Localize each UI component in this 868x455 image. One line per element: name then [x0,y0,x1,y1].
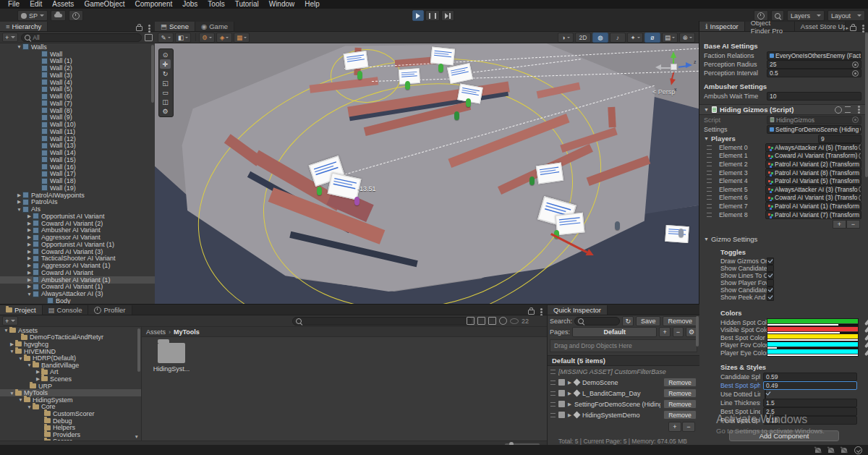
hierarchy-item[interactable]: ▼ Walls [0,43,155,51]
project-tree-item[interactable]: DemoFoTacticalAndRetyr [0,334,141,341]
foldout-arrow-icon[interactable]: ▶ [9,341,15,347]
cloud-services-button[interactable] [51,10,66,21]
element-value[interactable]: Coward AI Variant (3) (Transfo [765,193,861,202]
item-toggle[interactable] [558,379,565,386]
quick-item-row[interactable]: ▶ HidingSystemDemo Remove [548,409,699,420]
object-picker-icon[interactable] [852,70,859,77]
collab-muted-icon[interactable] [828,448,834,453]
hiding-gizmos-component-header[interactable]: ▼ Hiding Gizmos (Script) [699,104,868,115]
element-value[interactable]: Patrol AI Variant (7) (Transform [765,211,861,219]
foldout-arrow-icon[interactable]: ▶ [16,192,22,198]
hierarchy-scrollbar[interactable] [151,45,154,103]
size-value[interactable]: 1.5 [763,399,857,407]
status-ok-icon[interactable] [854,446,862,454]
drag-handle-icon[interactable] [707,153,712,158]
element-value[interactable]: AlwaysAttacker AI (3) (Transfo [765,185,861,194]
orientation-gizmo[interactable]: z x [652,49,696,91]
hierarchy-item[interactable]: Wall (7) [0,100,155,107]
transform-tool-button[interactable]: ▭ [160,88,171,97]
search-button[interactable] [771,10,784,21]
search-by-type-icon[interactable] [467,317,475,325]
object-picker-icon[interactable] [861,178,861,184]
menu-item[interactable]: Tools [203,0,229,9]
scene-viewport[interactable]: -13.51 ⊙✛↻◱▭◫⚙ z x < Pers [155,43,699,305]
menu-item[interactable]: Edit [25,0,47,9]
help-icon[interactable] [835,106,842,114]
hierarchy-item[interactable]: ▶ Coward AI Variant (1) [0,284,155,291]
checkbox[interactable] [767,265,774,272]
item-remove-button[interactable]: Remove [663,378,697,387]
project-tree-item[interactable]: ▶ Art [0,369,141,376]
pause-button[interactable] [425,10,440,21]
menu-item[interactable]: Help [299,0,325,9]
tab-object-finder-pro[interactable]: Object Finder Pro [745,22,795,31]
tab-overflow-icon[interactable]: ▸ [846,25,848,31]
element-value[interactable]: AlwaysAttacker AI (5) (Transfo [765,143,861,152]
hierarchy-item[interactable]: ▶ Aggressor AI Variant (1) [0,262,155,269]
foldout-arrow-icon[interactable]: ▼ [704,237,709,242]
hierarchy-item[interactable]: ▶ PatrolAIs [0,199,155,206]
notification-muted-icon[interactable] [815,448,821,453]
object-picker-icon[interactable] [861,161,861,167]
players-count-field[interactable]: 9 [818,135,861,143]
tab-project[interactable]: Project [0,305,43,315]
project-asset-browser[interactable]: Assets › MyTools HidingSyst... [142,327,547,441]
hierarchy-item[interactable]: ▶ Ambusher AI Variant [0,227,155,234]
foldout-arrow-icon[interactable]: ▶ [26,227,33,233]
item-toggle[interactable] [558,412,565,418]
inspector-scrollbar[interactable] [865,33,868,177]
hierarchy-item[interactable]: Wall (5) [0,86,155,93]
hierarchy-item[interactable]: Wall (12) [0,135,155,143]
transform-tool-button[interactable]: ⚙ [160,106,171,116]
scene-view-option-button[interactable]: ▤ [662,33,678,43]
scene-view-option-button[interactable]: 2D [575,33,591,43]
transform-tool-button[interactable]: ✛ [160,59,171,69]
drag-handle-icon[interactable] [707,187,712,192]
drag-handle-icon[interactable] [707,213,712,217]
refresh-button[interactable]: ↻ [622,316,634,326]
scene-view-option-button[interactable]: ♪ [610,33,626,43]
foldout-arrow-icon[interactable]: ▼ [16,44,22,49]
panel-menu-icon[interactable] [148,27,150,30]
object-picker-icon[interactable] [860,126,861,132]
hierarchy-create-button[interactable]: + [2,33,18,42]
undo-history-button[interactable] [69,10,83,21]
foldout-arrow-icon[interactable]: ▶ [568,401,571,407]
field-value[interactable]: EveryOneIsOthersEnemy (Facti [767,51,861,60]
foldout-arrow-icon[interactable]: ▶ [26,277,33,283]
transform-tool-button[interactable]: ◫ [160,97,171,106]
axis-x-cone[interactable] [668,78,676,86]
drag-handle-icon[interactable] [707,171,712,175]
add-page-button[interactable]: + [659,327,670,337]
tab-asset-store-uploader[interactable]: Asset Store Uploa [795,22,846,31]
foldout-arrow-icon[interactable]: ▼ [3,328,9,333]
drag-handle-icon[interactable] [707,145,712,150]
element-value[interactable]: Patrol AI Variant (1) (Transform [765,202,861,211]
foldout-arrow-icon[interactable]: ▶ [26,270,33,276]
list-add-button[interactable]: + [833,220,846,229]
project-tree-item[interactable]: Providers [0,431,141,438]
hierarchy-item[interactable]: ▶ Opportunist AI Variant [0,213,155,220]
foldout-arrow-icon[interactable]: ▶ [26,263,33,268]
scroll-down-arrow-icon[interactable]: ▼ [135,434,139,439]
color-swatch[interactable] [767,318,859,326]
page-selector[interactable]: Default [572,327,657,337]
project-tree-item[interactable]: ▼ HidingSystem [0,396,141,404]
drag-handle-icon[interactable] [707,195,712,200]
checkbox[interactable] [767,272,774,279]
hierarchy-item[interactable]: Wall (11) [0,128,155,135]
field-value[interactable]: 0.5 [767,69,861,77]
account-dropdown[interactable]: SP [17,10,48,21]
tab-console[interactable]: ▤Console [43,305,89,315]
panel-menu-icon[interactable] [540,311,542,313]
checkbox[interactable] [767,258,774,265]
object-picker-icon[interactable] [861,169,861,176]
menu-item[interactable]: File [3,0,25,9]
hierarchy-item[interactable]: Wall [0,51,155,58]
element-value[interactable]: Patrol AI Variant (8) (Transform [765,169,861,177]
project-create-button[interactable]: + [2,316,18,326]
quick-item-row[interactable]: ▶ DemoScene Remove [548,377,699,388]
foldout-arrow-icon[interactable]: ▼ [26,362,33,367]
tab-game[interactable]: ◉Game [195,22,234,31]
hierarchy-item[interactable]: Wall (18) [0,177,155,184]
